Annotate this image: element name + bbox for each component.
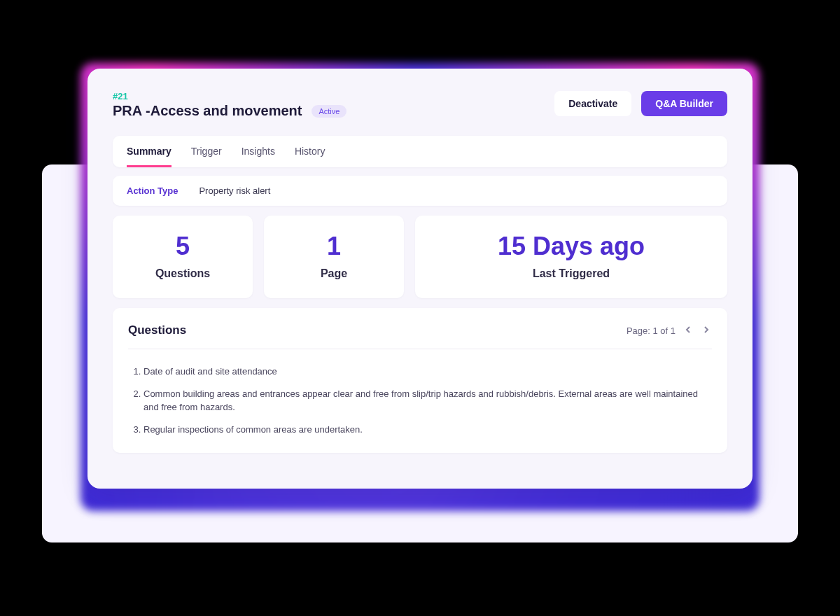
page-title: PRA -Access and movement — [113, 103, 302, 119]
tab-insights[interactable]: Insights — [241, 146, 275, 167]
question-item: Regular inspections of common areas are … — [144, 419, 712, 441]
header: #21 PRA -Access and movement Active Deac… — [113, 91, 727, 119]
deactivate-button[interactable]: Deactivate — [554, 91, 631, 116]
question-item: Date of audit and site attendance — [144, 360, 712, 383]
tabs: Summary Trigger Insights History — [113, 136, 727, 167]
pager: Page: 1 of 1 — [626, 325, 712, 336]
questions-card: Questions Page: 1 of 1 D — [113, 308, 727, 453]
questions-header: Questions Page: 1 of 1 — [128, 323, 712, 349]
action-type-value: Property risk alert — [199, 186, 270, 196]
title-block: #21 PRA -Access and movement Active — [113, 91, 346, 119]
title-line: PRA -Access and movement Active — [113, 103, 346, 119]
qa-builder-button[interactable]: Q&A Builder — [641, 91, 727, 116]
stats-row: 5 Questions 1 Page 15 Days ago Last Trig… — [113, 216, 727, 298]
tab-history[interactable]: History — [295, 146, 326, 167]
stat-last-triggered-value: 15 Days ago — [415, 234, 727, 259]
status-badge: Active — [312, 105, 346, 118]
stat-page: 1 Page — [264, 216, 404, 298]
pager-next-button[interactable] — [701, 325, 712, 336]
stat-questions-value: 5 — [113, 234, 253, 259]
stat-last-triggered-label: Last Triggered — [415, 267, 727, 280]
app-window: #21 PRA -Access and movement Active Deac… — [88, 69, 752, 489]
pager-text: Page: 1 of 1 — [626, 326, 676, 336]
stat-page-value: 1 — [264, 234, 404, 259]
stat-questions: 5 Questions — [113, 216, 253, 298]
questions-list: Date of audit and site attendance Common… — [128, 349, 712, 440]
pager-prev-button[interactable] — [682, 325, 694, 336]
action-type-label: Action Type — [127, 186, 178, 196]
tab-summary[interactable]: Summary — [127, 146, 172, 167]
questions-title: Questions — [128, 323, 186, 337]
header-actions: Deactivate Q&A Builder — [554, 91, 727, 116]
tab-trigger[interactable]: Trigger — [191, 146, 222, 167]
question-item: Common building areas and entrances appe… — [144, 383, 712, 419]
chevron-right-icon — [702, 326, 710, 336]
stat-questions-label: Questions — [113, 267, 253, 280]
stat-page-label: Page — [264, 267, 404, 280]
stat-last-triggered: 15 Days ago Last Triggered — [415, 216, 727, 298]
chevron-left-icon — [684, 326, 692, 336]
action-type-card: Action Type Property risk alert — [113, 176, 727, 206]
record-id: #21 — [113, 91, 346, 102]
